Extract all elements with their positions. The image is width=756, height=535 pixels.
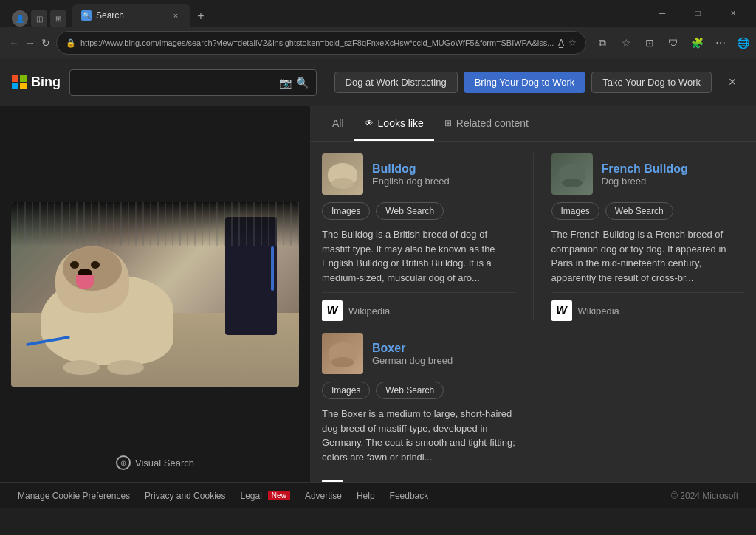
legal-new-badge: New	[268, 491, 290, 500]
card-separator	[533, 153, 534, 321]
image-panel: ⊕ Visual Search	[0, 106, 310, 482]
favorites-icon: ☆	[568, 38, 577, 48]
history-icon[interactable]: ◫	[31, 10, 47, 27]
footer-privacy-cookies[interactable]: Privacy and Cookies	[145, 491, 225, 501]
title-bar: 👤 ◫ ⊞ 🔍 Search × + ─ □ ×	[0, 0, 756, 27]
boxer-wikipedia-link[interactable]: W Wikipedia	[322, 480, 527, 482]
boxer-title[interactable]: Boxer	[372, 342, 453, 355]
profile-icon[interactable]: 👤	[12, 10, 28, 27]
back-button[interactable]: ←	[9, 32, 19, 53]
boxer-wiki-icon: W	[322, 480, 343, 482]
french-bulldog-buttons: Images Web Search	[551, 202, 745, 220]
search-input[interactable]	[78, 77, 275, 89]
extensions-icon[interactable]: 🧩	[687, 32, 707, 53]
edge-icons: ⋯ 🌐	[710, 32, 753, 53]
bing-text: Bing	[31, 75, 61, 90]
wikipedia-icon: W	[322, 300, 343, 321]
bulldog-wikipedia-link[interactable]: W Wikipedia	[322, 300, 515, 321]
close-window-button[interactable]: ×	[716, 1, 750, 25]
result-card-boxer: Boxer German dog breed Images Web Search…	[322, 333, 527, 482]
window-controls: ─ □ ×	[645, 1, 750, 25]
bulldog-images-btn[interactable]: Images	[322, 202, 370, 220]
french-bulldog-title[interactable]: French Bulldog	[602, 162, 688, 176]
main-content: Bing 📷 🔍 Dog at Work Distracting Bring Y…	[0, 59, 756, 482]
ms-red	[12, 75, 18, 82]
results-tabs: All 👁 Looks like ⊞ Related content	[310, 106, 756, 142]
address-bar[interactable]: 🔒 https://www.bing.com/images/search?vie…	[56, 31, 586, 55]
bing-logo[interactable]: Bing	[12, 75, 61, 90]
forward-button[interactable]: →	[25, 32, 35, 53]
microsoft-logo	[12, 75, 27, 90]
collections-icon[interactable]: ⊡	[639, 32, 660, 53]
translate-icon: A̲	[558, 38, 564, 48]
visual-search-label: Visual Search	[135, 458, 194, 469]
active-tab[interactable]: 🔍 Search ×	[72, 4, 190, 27]
tab-related-content[interactable]: ⊞ Related content	[434, 106, 539, 141]
pill-dog-work-distracting[interactable]: Dog at Work Distracting	[334, 72, 458, 93]
footer-feedback[interactable]: Feedback	[390, 491, 429, 501]
dog-photo	[11, 202, 299, 387]
nav-right-controls: ⧉ ☆ ⊡ 🛡 🧩 ⋯ 🌐	[592, 32, 753, 53]
header-pills: Dog at Work Distracting Bring Your Dog t…	[334, 72, 712, 93]
pill-take-dog[interactable]: Take Your Dog to Work	[591, 72, 712, 93]
bulldog-header: Bulldog English dog breed	[322, 153, 515, 195]
result-row-1: Bulldog English dog breed Images Web Sea…	[322, 153, 744, 321]
footer-advertise[interactable]: Advertise	[305, 491, 342, 501]
navigation-bar: ← → ↻ 🔒 https://www.bing.com/images/sear…	[0, 27, 756, 59]
pill-bring-dog[interactable]: Bring Your Dog to Work	[464, 72, 586, 93]
bing-header: Bing 📷 🔍 Dog at Work Distracting Bring Y…	[0, 59, 756, 106]
boxer-thumbnail	[322, 333, 363, 374]
grid-icon: ⊞	[444, 118, 452, 128]
refresh-button[interactable]: ↻	[41, 32, 50, 53]
french-bulldog-thumbnail	[551, 153, 593, 195]
bulldog-thumbnail	[322, 153, 363, 195]
result-card-french-bulldog: French Bulldog Dog breed Images Web Sear…	[551, 153, 745, 321]
result-card-bulldog: Bulldog English dog breed Images Web Sea…	[322, 153, 515, 321]
more-tools-icon[interactable]: ⋯	[710, 32, 731, 53]
french-bulldog-header: French Bulldog Dog breed	[551, 153, 745, 195]
footer-legal[interactable]: Legal	[240, 491, 261, 501]
boxer-header: Boxer German dog breed	[322, 333, 527, 374]
results-content: Bulldog English dog breed Images Web Sea…	[310, 142, 756, 482]
header-close-button[interactable]: ×	[721, 71, 744, 94]
footer-links: Manage Cookie Preferences Privacy and Co…	[18, 491, 428, 501]
search-box[interactable]: 📷 🔍	[69, 69, 317, 96]
bulldog-websearch-btn[interactable]: Web Search	[376, 202, 444, 220]
browser-essentials[interactable]: 🛡	[663, 32, 684, 53]
tab-close-button[interactable]: ×	[170, 10, 182, 21]
french-bulldog-websearch-btn[interactable]: Web Search	[605, 202, 673, 220]
boxer-images-btn[interactable]: Images	[322, 382, 370, 399]
search-icon[interactable]: 🔍	[296, 77, 309, 89]
tabs-icon[interactable]: ⊞	[50, 10, 66, 27]
footer-manage-cookies[interactable]: Manage Cookie Preferences	[18, 491, 130, 501]
address-text: https://www.bing.com/images/search?view=…	[80, 38, 554, 47]
footer-help[interactable]: Help	[357, 491, 375, 501]
visual-search-icon: ⊕	[116, 455, 131, 470]
tab-favicon: 🔍	[81, 10, 92, 21]
french-bulldog-wiki-label: Wikipedia	[578, 306, 619, 317]
lock-icon: 🔒	[66, 38, 76, 48]
boxer-divider	[322, 472, 527, 472]
new-tab-button[interactable]: +	[190, 6, 211, 27]
tab-looks-like[interactable]: 👁 Looks like	[354, 106, 434, 141]
footer-copyright: © 2024 Microsoft	[671, 491, 738, 501]
french-bulldog-wikipedia-link[interactable]: W Wikipedia	[551, 300, 745, 321]
camera-icon[interactable]: 📷	[279, 77, 292, 89]
bulldog-wiki-label: Wikipedia	[348, 306, 390, 317]
search-icons: 📷 🔍	[279, 77, 309, 89]
ms-blue	[12, 83, 18, 89]
boxer-websearch-btn[interactable]: Web Search	[376, 382, 444, 399]
visual-search-button[interactable]: ⊕ Visual Search	[116, 455, 194, 470]
tab-label: Search	[96, 10, 124, 21]
split-screen-icon[interactable]: ⧉	[592, 32, 613, 53]
maximize-button[interactable]: □	[681, 1, 715, 25]
french-bulldog-images-btn[interactable]: Images	[551, 202, 599, 220]
boxer-description: The Boxer is a medium to large, short-ha…	[322, 407, 527, 464]
tab-all[interactable]: All	[322, 106, 354, 141]
bulldog-title[interactable]: Bulldog	[372, 162, 450, 176]
french-bulldog-description: The French Bulldog is a French breed of …	[551, 227, 745, 285]
favorites-btn[interactable]: ☆	[616, 32, 636, 53]
minimize-button[interactable]: ─	[645, 1, 679, 25]
bulldog-info: Bulldog English dog breed	[372, 162, 450, 187]
edge-icon[interactable]: 🌐	[732, 32, 753, 53]
